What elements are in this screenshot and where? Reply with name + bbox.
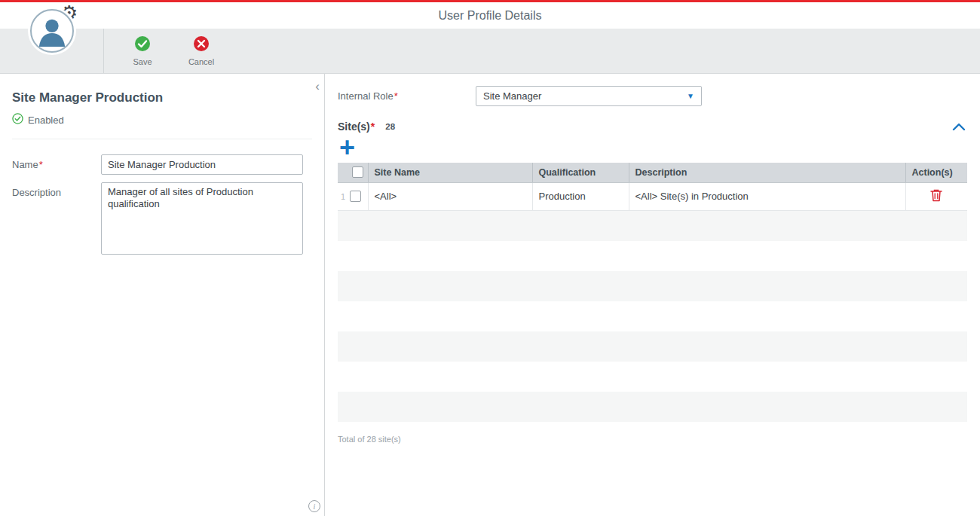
description-cell: <All> Site(s) in Production <box>629 182 905 210</box>
empty-row <box>338 301 967 331</box>
save-button[interactable]: Save <box>113 29 172 73</box>
empty-row <box>338 362 967 392</box>
status-label: Enabled <box>28 114 64 126</box>
header: User Profile Details ⚙ <box>0 0 980 74</box>
trash-icon <box>930 188 942 204</box>
required-marker: * <box>371 121 375 133</box>
row-number: 1 <box>341 192 350 201</box>
table-header-row: Site Name Qualification Description Acti… <box>338 163 967 182</box>
name-input[interactable] <box>101 154 303 175</box>
collapse-panel-icon[interactable]: ‹ <box>315 80 320 93</box>
add-site-button[interactable]: + <box>339 137 355 158</box>
user-profile-details-window: User Profile Details ⚙ <box>0 0 980 516</box>
name-label: Name* <box>12 154 101 175</box>
save-check-icon <box>134 35 151 55</box>
table-footer-total: Total of 28 site(s) <box>338 435 967 444</box>
sites-table: Site Name Qualification Description Acti… <box>338 163 967 211</box>
profile-title: Site Manager Production <box>12 90 312 105</box>
toolbar-separator <box>103 29 104 73</box>
site-name-cell: <All> <box>368 182 532 210</box>
qualification-header: Qualification <box>532 163 629 182</box>
empty-row <box>338 331 967 362</box>
collapse-sites-icon[interactable] <box>952 123 967 131</box>
sites-section-header: Site(s)* 28 <box>338 121 967 133</box>
user-avatar-icon <box>30 9 74 53</box>
cancel-button[interactable]: Cancel <box>172 29 231 73</box>
toolbar: ⚙ Save <box>0 29 980 74</box>
profile-summary-panel: ‹ Site Manager Production Enabled Name* <box>0 74 325 516</box>
page-title: User Profile Details <box>439 9 542 23</box>
empty-row <box>338 241 967 271</box>
required-marker: * <box>394 90 398 102</box>
info-icon[interactable]: i <box>308 500 320 512</box>
save-label: Save <box>133 57 152 66</box>
row-actions-cell <box>905 182 967 210</box>
profile-details-panel: Internal Role* Site Manager ▼ Site(s)* 2… <box>325 74 980 516</box>
table-row: 1 <All> Production <All> Site(s) in Prod… <box>338 182 967 210</box>
description-input[interactable]: Manager of all sites of Production quali… <box>101 182 303 255</box>
required-marker: * <box>39 159 43 170</box>
site-name-header: Site Name <box>368 163 532 182</box>
empty-row <box>338 211 967 241</box>
select-all-header <box>338 163 368 182</box>
title-bar: User Profile Details <box>0 0 980 29</box>
sites-count-badge: 28 <box>385 122 395 131</box>
actions-header: Action(s) <box>905 163 967 182</box>
description-header: Description <box>629 163 905 182</box>
main-content: ‹ Site Manager Production Enabled Name* <box>0 74 980 516</box>
enabled-check-icon <box>12 113 23 127</box>
row-checkbox[interactable] <box>350 191 361 202</box>
internal-role-label: Internal Role* <box>338 90 476 102</box>
empty-row <box>338 392 967 422</box>
internal-role-dropdown[interactable]: Site Manager ▼ <box>476 86 702 106</box>
sites-label: Site(s)* <box>338 121 375 133</box>
user-avatar: ⚙ <box>30 9 83 57</box>
internal-role-value: Site Manager <box>483 90 541 102</box>
description-form-row: Description Manager of all sites of Prod… <box>12 182 312 255</box>
select-all-checkbox[interactable] <box>352 166 363 178</box>
row-select-cell: 1 <box>338 182 368 210</box>
status-row: Enabled <box>12 113 312 139</box>
cancel-x-icon <box>193 35 210 55</box>
internal-role-row: Internal Role* Site Manager ▼ <box>338 86 967 106</box>
empty-row <box>338 271 967 301</box>
qualification-cell: Production <box>532 182 629 210</box>
cancel-label: Cancel <box>188 57 214 66</box>
delete-site-button[interactable] <box>930 188 942 204</box>
description-label: Description <box>12 182 101 255</box>
chevron-down-icon: ▼ <box>687 92 694 100</box>
name-form-row: Name* <box>12 154 312 175</box>
profile-form: Name* Description Manager of all sites o… <box>12 154 312 255</box>
